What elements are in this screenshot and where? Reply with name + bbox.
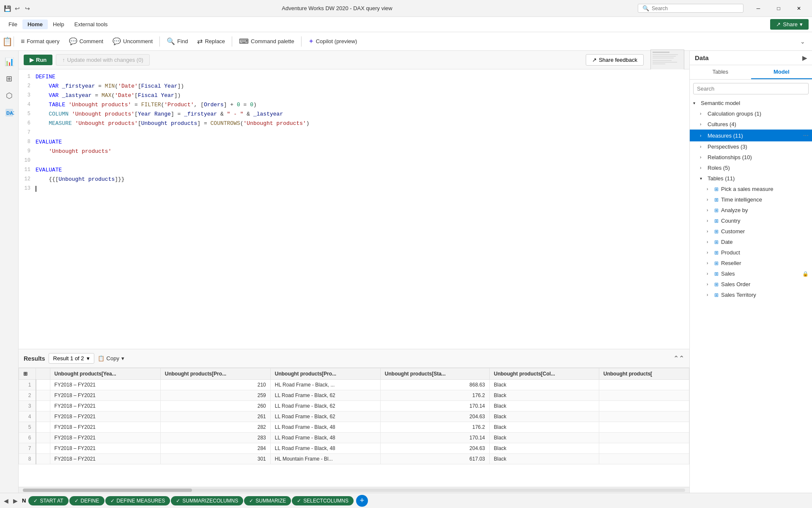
tree-item-time-intelligence[interactable]: › ⊞ Time intelligence [690,194,812,205]
close-button[interactable]: ✕ [789,2,809,15]
row-col1: FY2018 – FY2021 [50,443,160,454]
tree-item-measures[interactable]: › Measures (11) ··· [690,130,812,141]
menu-home[interactable]: Home [22,19,48,29]
redo-icon[interactable]: ↪ [24,5,31,12]
code-editor[interactable]: 1 DEFINE 2 VAR _firstyear = MIN('Date'[F… [19,69,689,349]
menubar: File Home Help External tools ↗ Share ▾ [0,17,812,32]
tree-item-customer[interactable]: › ⊞ Customer [690,226,812,237]
tree-item-product[interactable]: › ⊞ Product [690,247,812,258]
undo-icon[interactable]: ↩ [14,5,21,12]
sidebar-model-icon[interactable]: ⬡ [2,88,17,103]
tree-item-relationships[interactable]: › Relationships (10) [690,152,812,163]
tab-select-columns[interactable]: ✓ SELECTCOLUMNS [292,496,354,505]
chevron-right-icon: › [700,133,705,138]
replace-icon: ⇄ [197,37,203,45]
row-col5: Black [489,401,599,411]
tree-item-roles[interactable]: › Roles (5) [690,163,812,173]
row-col6 [599,380,689,390]
tree-item-semantic-model[interactable]: ▾ Semantic model [690,98,812,108]
row-col2: 210 [160,380,270,390]
menu-help[interactable]: Help [48,19,69,29]
row-col6 [599,443,689,454]
row-num-cell: 7 [19,443,36,454]
search-input[interactable] [652,6,736,11]
code-line-13: 13 [19,185,689,194]
toolbar: 📋 ≡ Format query 💬 Comment 💬 Uncomment 🔍… [0,32,812,51]
minimize-button[interactable]: ─ [749,2,768,15]
copilot-button[interactable]: ✦ Copilot (preview) [304,36,362,47]
results-table-wrap[interactable]: ⊞ Unbought products[Yea... Unbought prod… [19,368,689,487]
run-icon: ▶ [30,57,34,63]
tab-model[interactable]: Model [751,65,812,79]
find-button[interactable]: 🔍 Find [162,36,192,47]
tree-item-tables[interactable]: ▾ Tables (11) [690,173,812,184]
tab-define[interactable]: ✓ DEFINE [69,496,104,505]
tree-item-pick-sales[interactable]: › ⊞ Pick a sales measure [690,184,812,194]
sidebar-report-icon[interactable]: 📊 [2,54,17,69]
horizontal-scrollbar[interactable] [19,487,689,493]
result-selector[interactable]: Result 1 of 2 ▾ [49,353,94,364]
tab-start-at[interactable]: ✓ START AT [28,496,68,505]
row-col2: 283 [160,433,270,443]
uncomment-button[interactable]: 💬 Uncomment [108,36,157,47]
tree-item-country[interactable]: › ⊞ Country [690,215,812,226]
tab-tables[interactable]: Tables [690,65,751,79]
share-feedback-button[interactable]: ↗ Share feedback [586,54,644,66]
maximize-button[interactable]: □ [769,2,788,15]
copy-chevron-icon: ▾ [121,355,124,362]
comment-icon: 💬 [69,37,77,45]
tab-summarize[interactable]: ✓ SUMMARIZE [244,496,291,505]
tree-item-sales[interactable]: › ⊞ Sales 🔒 [690,268,812,279]
save-icon[interactable]: 💾 [3,5,11,12]
expand-toolbar-button[interactable]: ⌄ [797,36,809,47]
tab-define-measures[interactable]: ✓ DEFINE MEASURES [105,496,170,505]
sidebar-table-icon[interactable]: ⊞ [2,71,17,86]
menu-file[interactable]: File [3,19,22,29]
h-scroll-thumb[interactable] [23,489,192,492]
tree-item-reseller[interactable]: › ⊞ Reseller [690,258,812,268]
new-query-icon[interactable]: 📋 [3,38,11,45]
menu-external-tools[interactable]: External tools [69,19,113,29]
row-num-cell: 6 [19,433,36,443]
tree-item-analyze-by[interactable]: › ⊞ Analyze by [690,205,812,215]
row-col5: Black [489,433,599,443]
data-panel-title: Data [695,54,709,61]
copilot-icon: ✦ [308,37,314,45]
chevron-right-icon: › [707,293,712,297]
row-col1: FY2018 – FY2021 [50,380,160,390]
row-col0 [36,433,50,443]
more-button[interactable]: ··· [803,132,809,139]
row-col2: 261 [160,411,270,422]
chevron-right-icon: › [707,271,712,276]
prev-tab-button[interactable]: ◀ [2,497,10,505]
comment-button[interactable]: 💬 Comment [65,36,107,47]
tree-item-sales-territory[interactable]: › ⊞ Sales Territory [690,290,812,300]
table-icon: ⊞ [714,250,719,256]
chevron-down-icon: ▾ [693,101,698,105]
tab-summarize-columns[interactable]: ✓ SUMMARIZECOLUMNS [171,496,243,505]
expand-data-panel-icon[interactable]: ▶ [802,55,807,61]
titlebar-search[interactable]: 🔍 [638,4,743,13]
add-tab-button[interactable]: + [356,495,368,507]
tree-item-date[interactable]: › ⊞ Date [690,237,812,247]
table-row: 4 FY2018 – FY2021 261 LL Road Frame - Bl… [19,411,689,422]
copy-button[interactable]: 📋 Copy ▾ [98,355,124,362]
sidebar-query-icon[interactable]: DAX [2,105,17,120]
collapse-results-button[interactable]: ⌃⌃ [673,354,684,362]
svg-rect-6 [653,58,674,58]
row-col6 [599,422,689,433]
tree-item-perspectives[interactable]: › Perspectives (3) [690,141,812,152]
tab-n-label: N [20,497,27,504]
tree-label: Customer [721,228,745,235]
tree-item-cultures[interactable]: › Cultures (4) [690,119,812,130]
tree-item-calc-groups[interactable]: › Calculation groups (1) [690,108,812,119]
run-button[interactable]: ▶ Run [24,55,52,65]
share-button[interactable]: ↗ Share ▾ [770,19,809,30]
replace-button[interactable]: ⇄ Replace [193,36,229,47]
next-tab-button[interactable]: ▶ [11,497,19,505]
data-search-input[interactable] [693,83,809,94]
data-panel-tabs: Tables Model [690,65,812,80]
tree-item-sales-order[interactable]: › ⊞ Sales Order [690,279,812,290]
format-query-button[interactable]: ≡ Format query [16,36,64,47]
command-palette-button[interactable]: ⌨ Command palette [235,36,299,47]
